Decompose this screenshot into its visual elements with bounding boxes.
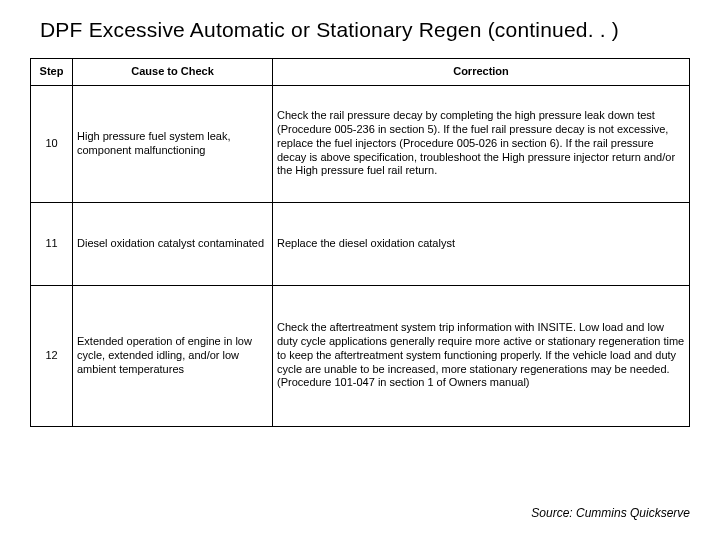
- cell-step: 12: [31, 285, 73, 426]
- table-header-row: Step Cause to Check Correction: [31, 59, 690, 86]
- page: DPF Excessive Automatic or Stationary Re…: [0, 0, 720, 540]
- cell-cause: High pressure fuel system leak, componen…: [73, 85, 273, 202]
- cell-cause: Extended operation of engine in low cycl…: [73, 285, 273, 426]
- table-row: 10 High pressure fuel system leak, compo…: [31, 85, 690, 202]
- cell-cause: Diesel oxidation catalyst contaminated: [73, 202, 273, 285]
- header-correction: Correction: [273, 59, 690, 86]
- cell-correction: Check the aftertreatment system trip inf…: [273, 285, 690, 426]
- cell-correction: Replace the diesel oxidation catalyst: [273, 202, 690, 285]
- cell-step: 10: [31, 85, 73, 202]
- table-row: 12 Extended operation of engine in low c…: [31, 285, 690, 426]
- regen-table: Step Cause to Check Correction 10 High p…: [30, 58, 690, 427]
- header-cause: Cause to Check: [73, 59, 273, 86]
- cell-step: 11: [31, 202, 73, 285]
- table-row: 11 Diesel oxidation catalyst contaminate…: [31, 202, 690, 285]
- header-step: Step: [31, 59, 73, 86]
- page-title: DPF Excessive Automatic or Stationary Re…: [40, 18, 690, 42]
- source-attribution: Source: Cummins Quickserve: [531, 506, 690, 520]
- cell-correction: Check the rail pressure decay by complet…: [273, 85, 690, 202]
